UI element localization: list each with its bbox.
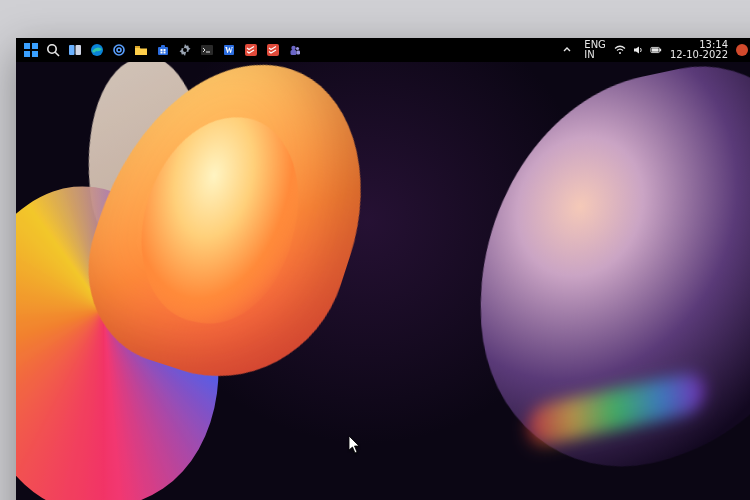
search-icon[interactable]: [44, 41, 62, 59]
volume-icon[interactable]: [632, 44, 644, 56]
word-icon[interactable]: W: [220, 41, 238, 59]
svg-point-18: [183, 48, 187, 52]
svg-text:W: W: [225, 46, 233, 55]
svg-rect-23: [245, 44, 257, 56]
microsoft-store-icon[interactable]: [154, 41, 172, 59]
task-view-icon[interactable]: [66, 41, 84, 59]
svg-rect-12: [158, 47, 168, 55]
svg-point-10: [117, 48, 121, 52]
widgets-icon[interactable]: [110, 41, 128, 59]
wallpaper-shape: [467, 39, 750, 497]
svg-rect-28: [297, 51, 301, 55]
svg-rect-2: [24, 51, 30, 57]
start-icon[interactable]: [22, 41, 40, 59]
svg-rect-0: [24, 43, 30, 49]
svg-line-5: [55, 52, 59, 56]
wifi-icon[interactable]: [614, 44, 626, 56]
svg-rect-11: [135, 46, 140, 48]
svg-rect-24: [267, 44, 279, 56]
svg-rect-13: [161, 45, 165, 48]
teams-icon[interactable]: [286, 41, 304, 59]
svg-point-26: [296, 47, 299, 50]
svg-rect-14: [161, 49, 163, 51]
svg-point-25: [291, 46, 295, 50]
desktop[interactable]: [16, 38, 750, 500]
notifications-indicator-icon[interactable]: [736, 44, 748, 56]
svg-rect-7: [76, 45, 82, 55]
todoist-alt-icon[interactable]: [264, 41, 282, 59]
svg-rect-3: [32, 51, 38, 57]
svg-rect-1: [32, 43, 38, 49]
tray-chevron-icon[interactable]: [558, 41, 576, 59]
svg-rect-27: [291, 50, 297, 55]
terminal-icon[interactable]: [198, 41, 216, 59]
mouse-cursor: [349, 436, 361, 457]
svg-rect-6: [69, 45, 75, 55]
edge-icon[interactable]: [88, 41, 106, 59]
taskbar-system-tray: ENG IN 13:14 12-10-2022: [558, 40, 750, 61]
wallpaper: [16, 38, 750, 500]
battery-icon[interactable]: [650, 44, 662, 56]
clock-date: 12-10-2022: [670, 50, 728, 61]
svg-rect-16: [161, 52, 163, 54]
svg-point-9: [114, 45, 124, 55]
todoist-icon[interactable]: [242, 41, 260, 59]
svg-rect-15: [164, 49, 166, 51]
svg-rect-32: [652, 48, 659, 51]
svg-point-29: [619, 52, 621, 54]
settings-icon[interactable]: [176, 41, 194, 59]
taskbar: W ENG IN: [16, 38, 750, 62]
language-indicator[interactable]: ENG IN: [584, 40, 606, 61]
taskbar-pinned-apps: W: [16, 41, 304, 59]
svg-rect-19: [201, 45, 213, 55]
svg-point-4: [48, 45, 56, 53]
file-explorer-icon[interactable]: [132, 41, 150, 59]
taskbar-clock[interactable]: 13:14 12-10-2022: [670, 40, 728, 61]
svg-rect-17: [164, 52, 166, 54]
svg-rect-31: [660, 49, 661, 52]
language-bottom-label: IN: [584, 50, 594, 61]
